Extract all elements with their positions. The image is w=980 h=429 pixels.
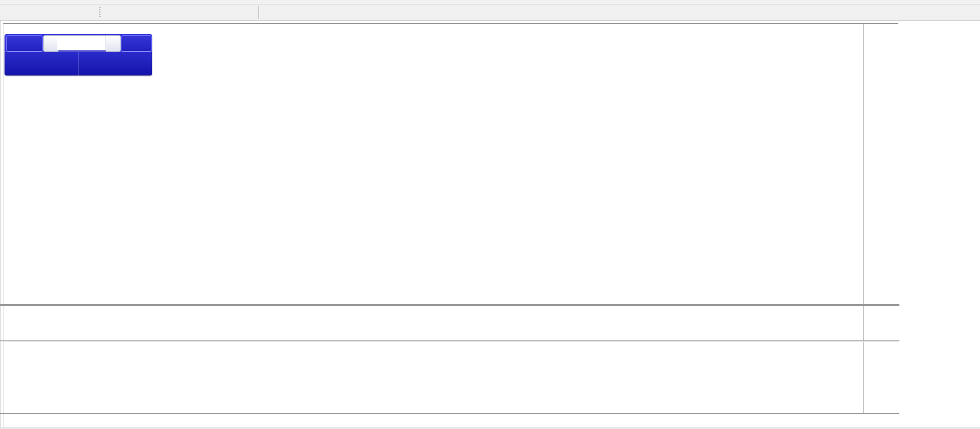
- ask-price[interactable]: [78, 52, 152, 75]
- volume-decrease-button[interactable]: [43, 35, 58, 52]
- bid-ask-quote-row: [5, 52, 152, 76]
- chart-title: [7, 25, 14, 33]
- buy-button[interactable]: [122, 35, 152, 52]
- volume-increase-button[interactable]: [106, 35, 121, 52]
- bid-price[interactable]: [5, 52, 78, 75]
- one-click-trading-panel: [5, 34, 152, 75]
- volume-input[interactable]: [57, 35, 106, 51]
- sell-button[interactable]: [6, 35, 43, 52]
- mt4-terminal-window: { "toolbar": { "tools": [ {"name": "equi…: [0, 0, 980, 429]
